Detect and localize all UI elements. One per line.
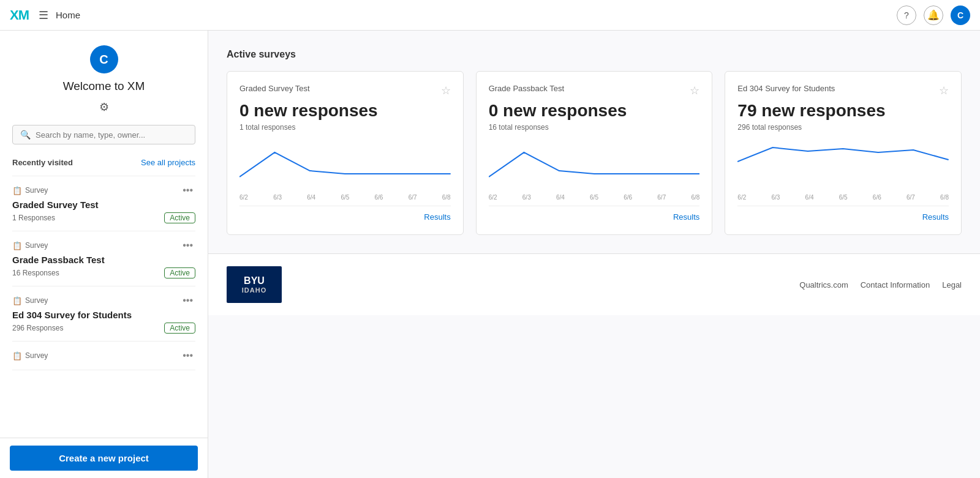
sidebar-bottom: Create a new project: [0, 438, 208, 478]
card-chart-2: [737, 140, 949, 189]
card-footer-2: Results: [737, 206, 949, 222]
hamburger-menu-icon[interactable]: ☰: [39, 9, 48, 22]
settings-icon[interactable]: ⚙: [99, 100, 109, 114]
survey-icon-2: 📋: [12, 296, 22, 305]
content-main: Active surveys Graded Survey Test ☆ 0 ne…: [208, 31, 980, 235]
user-avatar[interactable]: C: [951, 6, 970, 25]
project-item: 📋 Survey ••• Graded Survey Test 1 Respon…: [12, 176, 195, 231]
notifications-button[interactable]: 🔔: [924, 6, 943, 25]
recently-visited-label: Recently visited: [12, 158, 73, 167]
settings-icon-wrap: ⚙: [12, 100, 195, 114]
project-type-2: 📋 Survey: [12, 296, 48, 305]
legal-link[interactable]: Legal: [942, 280, 962, 289]
more-options-2[interactable]: •••: [180, 294, 195, 307]
project-item-top-0: 📋 Survey •••: [12, 184, 195, 197]
project-name-2[interactable]: Ed 304 Survey for Students: [12, 310, 195, 320]
survey-card-2: Ed 304 Survey for Students ☆ 79 new resp…: [725, 71, 962, 235]
contact-link[interactable]: Contact Information: [861, 280, 930, 289]
project-responses-1: 16 Responses: [12, 269, 59, 277]
card-chart-1: [489, 140, 700, 189]
survey-icon-3: 📋: [12, 351, 22, 360]
survey-card-1: Grade Passback Test ☆ 0 new responses 16…: [476, 71, 713, 235]
help-button[interactable]: ?: [897, 6, 916, 25]
status-badge-0: Active: [164, 212, 195, 223]
results-link-2[interactable]: Results: [922, 212, 949, 222]
card-responses-0: 0 new responses: [239, 101, 451, 121]
sidebar-avatar: C: [90, 45, 118, 73]
card-title-1: Grade Passback Test: [489, 84, 564, 93]
recently-visited-header: Recently visited See all projects: [12, 158, 195, 167]
survey-cards-row: Graded Survey Test ☆ 0 new responses 1 t…: [227, 71, 962, 235]
survey-card-0: Graded Survey Test ☆ 0 new responses 1 t…: [227, 71, 464, 235]
project-item-top-3: 📋 Survey •••: [12, 349, 195, 362]
card-header-0: Graded Survey Test ☆: [239, 84, 451, 97]
card-header-2: Ed 304 Survey for Students ☆: [737, 84, 949, 97]
card-dates-1: 6/26/36/46/56/66/76/8: [489, 194, 700, 201]
project-bottom-0: 1 Responses Active: [12, 212, 195, 223]
project-bottom-1: 16 Responses Active: [12, 267, 195, 278]
more-options-0[interactable]: •••: [180, 184, 195, 197]
project-name-1[interactable]: Grade Passback Test: [12, 255, 195, 265]
card-total-0: 1 total responses: [239, 123, 451, 132]
star-icon-0[interactable]: ☆: [441, 84, 451, 97]
top-nav: XM ☰ Home ? 🔔 C: [0, 0, 980, 31]
card-header-1: Grade Passback Test ☆: [489, 84, 700, 97]
project-item-1: 📋 Survey ••• Grade Passback Test 16 Resp…: [12, 231, 195, 286]
card-title-2: Ed 304 Survey for Students: [737, 84, 835, 93]
see-all-projects-link[interactable]: See all projects: [141, 158, 195, 167]
qualtrics-link[interactable]: Qualtrics.com: [799, 280, 848, 289]
active-surveys-title: Active surveys: [227, 49, 962, 60]
content-area: Active surveys Graded Survey Test ☆ 0 ne…: [208, 31, 980, 478]
byu-idaho-logo: BYU IDAHO: [227, 266, 282, 303]
sidebar: C Welcome to XM ⚙ 🔍 Recently visited See…: [0, 31, 208, 478]
results-link-0[interactable]: Results: [424, 212, 450, 222]
project-responses-0: 1 Responses: [12, 214, 55, 222]
sidebar-welcome: Welcome to XM: [12, 80, 195, 93]
search-box[interactable]: 🔍: [12, 125, 195, 144]
star-icon-1[interactable]: ☆: [690, 84, 699, 97]
card-total-2: 296 total responses: [737, 123, 949, 132]
search-input[interactable]: [36, 130, 187, 140]
more-options-1[interactable]: •••: [180, 239, 195, 252]
card-footer-1: Results: [489, 206, 700, 222]
star-icon-2[interactable]: ☆: [939, 84, 949, 97]
project-responses-2: 296 Responses: [12, 324, 63, 332]
footer-section: BYU IDAHO Qualtrics.com Contact Informat…: [208, 253, 980, 315]
more-options-3[interactable]: •••: [180, 349, 195, 362]
status-badge-1: Active: [164, 267, 195, 278]
card-title-0: Graded Survey Test: [239, 84, 310, 93]
byu-text: BYU: [244, 275, 265, 286]
card-responses-2: 79 new responses: [737, 101, 949, 121]
card-responses-1: 0 new responses: [489, 101, 700, 121]
nav-right-icons: ? 🔔 C: [897, 6, 970, 25]
footer-links: Qualtrics.com Contact Information Legal: [799, 280, 962, 289]
card-dates-0: 6/26/36/46/56/66/76/8: [239, 194, 451, 201]
main-layout: C Welcome to XM ⚙ 🔍 Recently visited See…: [0, 31, 980, 478]
xm-logo[interactable]: XM: [10, 7, 29, 23]
project-type-0: 📋 Survey: [12, 186, 48, 195]
results-link-1[interactable]: Results: [673, 212, 699, 222]
search-icon: 🔍: [20, 130, 31, 140]
card-total-1: 16 total responses: [489, 123, 700, 132]
status-badge-2: Active: [164, 323, 195, 334]
survey-icon-0: 📋: [12, 186, 22, 195]
idaho-text: IDAHO: [242, 286, 266, 294]
card-footer-0: Results: [239, 206, 451, 222]
project-item-2: 📋 Survey ••• Ed 304 Survey for Students …: [12, 286, 195, 341]
project-item-top-2: 📋 Survey •••: [12, 294, 195, 307]
project-item-3: 📋 Survey •••: [12, 341, 195, 370]
project-type-1: 📋 Survey: [12, 241, 48, 250]
sidebar-scroll: C Welcome to XM ⚙ 🔍 Recently visited See…: [0, 31, 208, 438]
project-name-0[interactable]: Graded Survey Test: [12, 200, 195, 210]
project-bottom-2: 296 Responses Active: [12, 323, 195, 334]
survey-icon-1: 📋: [12, 241, 22, 250]
card-chart-0: [239, 140, 451, 189]
project-item-top-1: 📋 Survey •••: [12, 239, 195, 252]
card-dates-2: 6/26/36/46/56/66/76/8: [737, 194, 949, 201]
create-project-button[interactable]: Create a new project: [10, 446, 198, 471]
nav-home-label: Home: [56, 10, 80, 20]
project-type-3: 📋 Survey: [12, 351, 48, 360]
